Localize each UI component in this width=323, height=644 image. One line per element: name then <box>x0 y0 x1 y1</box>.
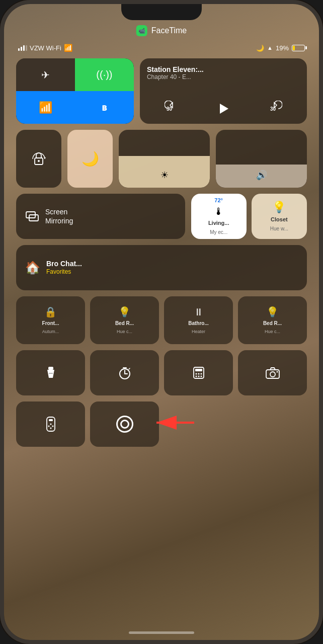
media-player-box: Station Eleven:... Chapter 40 - E... 30 <box>140 58 307 124</box>
skip-forward-icon: 30 <box>266 101 282 117</box>
screen-record-button[interactable] <box>90 401 159 447</box>
camera-icon <box>265 366 280 379</box>
signal-bars <box>18 45 27 51</box>
timer-button[interactable] <box>90 350 159 395</box>
carrier-label: VZW Wi-Fi <box>30 44 61 52</box>
home-indicator[interactable] <box>129 631 194 634</box>
front-lock-icon: 🔒 <box>44 306 57 318</box>
screen-lock-icon <box>30 150 48 168</box>
wifi-button-icon: 📶 <box>39 101 52 114</box>
battery-icon <box>292 45 305 51</box>
volume-down-button[interactable] <box>0 135 2 155</box>
living-room-subtitle: My ec... <box>210 229 227 235</box>
screen-mirroring-icon <box>25 209 39 223</box>
signal-bar-2 <box>21 47 22 51</box>
cellular-icon: ((·)) <box>96 69 112 80</box>
status-right: 🌙 ▲ 19% <box>256 44 305 52</box>
volume-up-button[interactable] <box>0 105 2 125</box>
living-room-tile[interactable]: 72° 🌡 Living... My ec... <box>191 194 247 239</box>
status-bar: VZW Wi-Fi 📶 🌙 ▲ 19% <box>4 40 319 55</box>
home-favorites-button[interactable]: 🏠 Bro Chat... Favorites <box>16 245 307 290</box>
svg-point-25 <box>270 372 275 377</box>
wifi-icon: 📶 <box>64 44 72 52</box>
bed-hue-1-title: Bed R... <box>115 320 134 327</box>
thermostat-icon: 🌡 <box>214 206 224 217</box>
skip-back-icon: 30 <box>165 101 181 117</box>
slider-group: ☀ 🔊 <box>119 130 307 188</box>
camera-button[interactable] <box>238 350 307 395</box>
volume-slider[interactable]: 🔊 <box>216 130 307 188</box>
svg-point-4 <box>38 160 40 162</box>
closet-hue-icon: 💡 <box>272 201 286 214</box>
bed-hue-1-subtitle: Hue c... <box>117 329 132 335</box>
media-title: Station Eleven:... <box>147 65 300 73</box>
svg-rect-8 <box>48 367 53 370</box>
airplane-mode-button[interactable]: ✈ <box>16 58 75 91</box>
screen-lock-button[interactable] <box>16 130 61 188</box>
moon-icon: 🌙 <box>256 44 264 52</box>
location-icon: ▲ <box>267 45 273 51</box>
bed-hue-2-tile[interactable]: 💡 Bed R... Hue c... <box>238 296 307 344</box>
svg-marker-1 <box>220 104 228 114</box>
signal-bar-1 <box>18 48 20 51</box>
control-center: ✈ ((·)) 📶 ʙ Station Eleven:... Chapter 4… <box>16 58 307 620</box>
bathroom-heater-tile[interactable]: ⏸ Bathro... Heater <box>164 296 233 344</box>
screen-mirroring-button[interactable]: ScreenMirroring <box>16 194 185 239</box>
volume-icon: 🔊 <box>256 170 267 181</box>
closet-hue-tile[interactable]: 💡 Closet Hue w... <box>252 194 307 239</box>
front-lock-tile[interactable]: 🔒 Front... Autum... <box>16 296 85 344</box>
bed-hue-2-subtitle: Hue c... <box>265 329 280 335</box>
bottom-row <box>16 401 307 447</box>
bluetooth-icon: ʙ <box>102 102 107 113</box>
flashlight-button[interactable] <box>16 350 85 395</box>
remote-icon <box>45 417 57 432</box>
remote-button[interactable] <box>16 401 85 447</box>
notch <box>121 4 202 20</box>
smart-devices-row: 🔒 Front... Autum... 💡 Bed R... Hue c... … <box>16 296 307 344</box>
bed-hue-2-title: Bed R... <box>263 320 282 327</box>
empty-slot-1 <box>164 401 233 447</box>
living-room-title: Living... <box>208 220 229 226</box>
svg-point-21 <box>195 376 197 377</box>
screen-mirroring-label: ScreenMirroring <box>45 207 73 225</box>
media-subtitle: Chapter 40 - E... <box>147 73 300 80</box>
home-icon: 🏠 <box>25 261 40 275</box>
svg-point-31 <box>52 426 53 427</box>
calculator-button[interactable] <box>164 350 233 395</box>
empty-slot-2 <box>238 401 307 447</box>
timer-icon <box>118 366 132 380</box>
signal-bar-3 <box>23 45 25 51</box>
bluetooth-button[interactable]: ʙ <box>75 91 134 124</box>
record-dot <box>120 420 129 429</box>
lock-dnd-slider-row: 🌙 ☀ 🔊 <box>16 130 307 188</box>
facetime-banner[interactable]: 📹 FaceTime <box>136 25 187 36</box>
brightness-slider[interactable]: ☀ <box>119 130 210 188</box>
play-icon <box>216 101 231 116</box>
bed-hue-1-tile[interactable]: 💡 Bed R... Hue c... <box>90 296 159 344</box>
wifi-button[interactable]: 📶 <box>16 91 75 124</box>
home-text: Bro Chat... Favorites <box>46 259 82 276</box>
media-controls: 30 30 <box>147 101 300 117</box>
battery-fill <box>293 46 295 50</box>
facetime-icon: 📹 <box>136 25 147 36</box>
svg-point-32 <box>50 428 51 429</box>
battery-percentage: 19% <box>276 44 289 52</box>
front-lock-subtitle: Autum... <box>42 329 59 335</box>
bed-hue-1-icon: 💡 <box>118 306 131 318</box>
home-title: Bro Chat... <box>46 259 82 268</box>
silent-switch[interactable] <box>0 165 2 195</box>
svg-point-23 <box>200 376 202 377</box>
play-button[interactable] <box>216 101 231 116</box>
svg-rect-17 <box>195 369 202 371</box>
status-left: VZW Wi-Fi 📶 <box>18 44 72 52</box>
skip-forward-button[interactable]: 30 <box>266 101 282 117</box>
do-not-disturb-button[interactable]: 🌙 <box>67 130 113 188</box>
home-bro-row: 🏠 Bro Chat... Favorites <box>16 245 307 290</box>
svg-rect-10 <box>49 373 53 374</box>
moon-dnd-icon: 🌙 <box>82 150 99 167</box>
connectivity-box: ✈ ((·)) 📶 ʙ <box>16 58 134 124</box>
cellular-button[interactable]: ((·)) <box>75 58 134 91</box>
skip-back-button[interactable]: 30 <box>165 101 181 117</box>
front-lock-title: Front... <box>42 320 59 327</box>
bathroom-heater-icon: ⏸ <box>194 306 204 318</box>
